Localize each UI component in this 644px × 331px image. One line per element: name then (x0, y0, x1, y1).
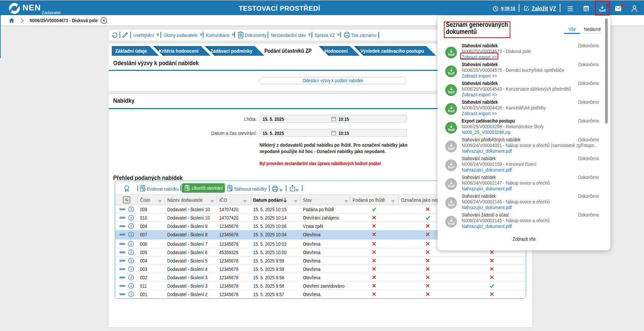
svg-text:i: i (131, 267, 132, 271)
svg-text:i: i (131, 207, 132, 211)
svg-text:Výsledek zadávacího postupu: Výsledek zadávacího postupu (361, 48, 424, 54)
svg-text:i: i (131, 292, 132, 296)
svg-text:i: i (131, 216, 132, 220)
svg-text:i: i (131, 233, 132, 237)
svg-text:i: i (131, 259, 132, 263)
svg-text:Hodnocení: Hodnocení (325, 48, 348, 54)
svg-text:i: i (131, 250, 132, 254)
svg-text:i: i (131, 224, 132, 228)
svg-text:Základní údaje: Základní údaje (115, 48, 147, 54)
svg-text:Zadávací podmínky: Zadávací podmínky (211, 48, 252, 54)
svg-text:i: i (131, 276, 132, 280)
svg-text:Podání účastníků ZP: Podání účastníků ZP (265, 48, 312, 54)
svg-text:i: i (131, 242, 132, 246)
svg-text:Kritéria hodnocení: Kritéria hodnocení (159, 48, 199, 54)
svg-text:i: i (131, 284, 132, 288)
